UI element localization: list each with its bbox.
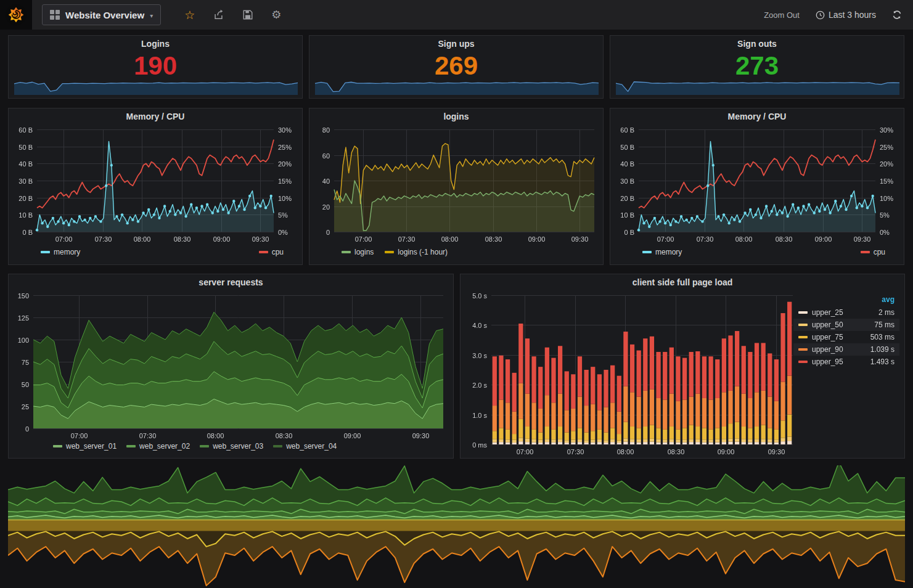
legend-item-upper-95[interactable]: upper_95 — [798, 357, 843, 366]
dashboard-title: Website Overview — [65, 10, 144, 20]
sparkline-chart — [314, 75, 599, 95]
memory-swatch-icon — [642, 251, 652, 253]
panel-title[interactable]: logins — [309, 108, 603, 125]
client-legend-table: avg upper_25 2 ms upper_50 75 ms upper_7… — [793, 294, 899, 368]
legend-avg-value: 2 ms — [878, 308, 895, 317]
stat-panel-logins: Logins 190 — [8, 35, 303, 99]
memory-swatch-icon — [41, 251, 50, 253]
legend-item-upper-90[interactable]: upper_90 — [798, 345, 843, 354]
legend-avg-value: 503 ms — [870, 333, 895, 341]
upper-50-swatch-icon — [798, 324, 808, 326]
legend-item-web-server-01[interactable]: web_server_01 — [53, 442, 117, 451]
share-icon[interactable] — [213, 9, 224, 20]
legend-avg-header[interactable]: avg — [793, 294, 899, 306]
save-icon[interactable] — [242, 9, 253, 20]
panel-title[interactable]: Logins — [9, 36, 302, 52]
legend-item-cpu[interactable]: cpu — [259, 248, 284, 256]
gear-icon[interactable]: ⚙ — [271, 9, 281, 20]
web-server-02-swatch-icon — [126, 445, 136, 447]
legend-row-upper-75: upper_75 503 ms — [793, 331, 899, 343]
legend-item-logins[interactable]: logins — [342, 248, 374, 256]
legend-avg-value: 1.039 s — [870, 345, 895, 354]
web-server-03-swatch-icon — [200, 445, 209, 447]
legend-item-logins-1hour[interactable]: logins (-1 hour) — [385, 248, 448, 256]
memory-cpu-chart[interactable] — [9, 125, 302, 245]
upper-95-swatch-icon — [798, 361, 808, 363]
chevron-down-icon: ▾ — [150, 12, 153, 19]
panel-title[interactable]: client side full page load — [461, 274, 904, 290]
dashboard-selector[interactable]: Website Overview ▾ — [42, 4, 161, 25]
server-requests-chart[interactable] — [9, 290, 453, 442]
legend-item-upper-25[interactable]: upper_25 — [798, 308, 843, 317]
upper-25-swatch-icon — [798, 311, 808, 314]
legend-item-web-server-02[interactable]: web_server_02 — [126, 442, 190, 451]
upper-90-swatch-icon — [798, 348, 808, 351]
web-server-04-swatch-icon — [273, 445, 282, 447]
logins-chart[interactable] — [309, 125, 603, 245]
sparkline-chart — [14, 75, 298, 95]
stream-chart[interactable] — [8, 465, 905, 588]
dashboard-grid-icon — [50, 10, 60, 20]
panel-title[interactable]: Memory / CPU — [610, 108, 904, 125]
top-navbar: Website Overview ▾ ☆ ⚙ Zoom Out Last 3 h… — [0, 0, 913, 30]
memory-cpu-chart[interactable] — [610, 125, 904, 245]
graph-panel-client-page-load: client side full page load avg upper_25 … — [460, 274, 905, 459]
star-icon[interactable]: ☆ — [184, 9, 195, 21]
graph-panel-memory-cpu-left: Memory / CPU memory cpu — [8, 108, 303, 265]
legend-item-memory[interactable]: memory — [41, 248, 80, 256]
legend-item-memory[interactable]: memory — [642, 248, 682, 256]
graph-panel-server-requests: server requests web_server_01 web_server… — [8, 274, 454, 459]
panel-title[interactable]: Memory / CPU — [9, 108, 302, 125]
stat-panel-signouts: Sign outs 273 — [610, 35, 904, 99]
grafana-logo[interactable] — [0, 0, 32, 30]
legend-row-upper-90: upper_90 1.039 s — [793, 343, 899, 356]
panel-title[interactable]: Sign ups — [309, 36, 603, 52]
logins-swatch-icon — [342, 251, 351, 253]
dashboard-body: Logins 190 Sign ups 269 Sign outs 273 Me… — [0, 35, 913, 588]
logins-1hour-swatch-icon — [385, 251, 394, 253]
legend-item-upper-50[interactable]: upper_50 — [798, 321, 843, 329]
legend-avg-value: 75 ms — [874, 321, 895, 329]
web-server-01-swatch-icon — [53, 445, 62, 447]
sparkline-chart — [615, 75, 900, 95]
panel-title[interactable]: server requests — [9, 274, 453, 290]
panel-title[interactable]: Sign outs — [610, 36, 904, 52]
refresh-icon[interactable] — [892, 10, 902, 20]
cpu-swatch-icon — [259, 251, 268, 253]
legend-row-upper-95: upper_95 1.493 s — [793, 356, 899, 368]
cpu-swatch-icon — [861, 251, 870, 253]
graph-panel-logins: logins logins logins (-1 hour) — [309, 108, 604, 265]
legend-item-upper-75[interactable]: upper_75 — [798, 333, 843, 341]
stat-panel-signups: Sign ups 269 — [309, 35, 604, 99]
legend-item-web-server-04[interactable]: web_server_04 — [273, 442, 337, 451]
legend-avg-value: 1.493 s — [870, 357, 895, 366]
legend-row-upper-50: upper_50 75 ms — [793, 319, 899, 331]
graph-panel-memory-cpu-right: Memory / CPU memory cpu — [610, 108, 904, 265]
time-range-picker[interactable]: Last 3 hours — [816, 10, 876, 20]
zoom-out-button[interactable]: Zoom Out — [764, 10, 800, 20]
upper-75-swatch-icon — [798, 336, 808, 338]
legend-item-cpu[interactable]: cpu — [861, 248, 885, 256]
legend-item-web-server-03[interactable]: web_server_03 — [200, 442, 263, 451]
clock-icon — [816, 10, 825, 20]
legend-row-upper-25: upper_25 2 ms — [793, 306, 899, 319]
client-page-load-chart[interactable] — [462, 290, 798, 458]
